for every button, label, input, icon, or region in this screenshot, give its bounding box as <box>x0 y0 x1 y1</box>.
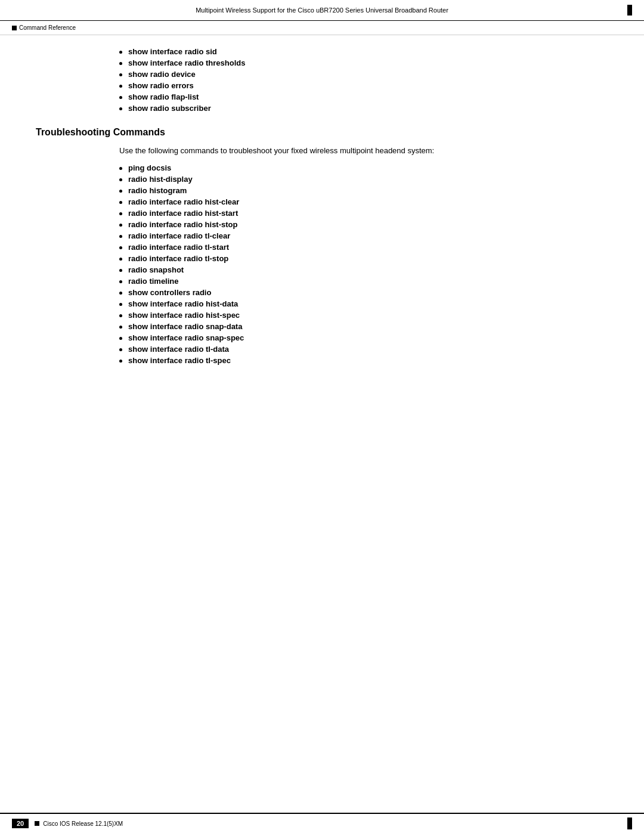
list-item: show radio flap-list <box>119 92 608 101</box>
bullet-dot-icon <box>119 235 122 238</box>
troubleshooting-description: Use the following commands to troublesho… <box>119 146 608 155</box>
bullet-dot-icon <box>119 326 122 329</box>
list-item: show interface radio hist-data <box>119 299 608 308</box>
bullet-dot-icon <box>119 246 122 249</box>
page-header-title: Multipoint Wireless Support for the Cisc… <box>17 7 627 14</box>
bullet-dot-icon <box>119 96 122 99</box>
bullet-dot-icon <box>119 51 122 54</box>
bullet-dot-icon <box>119 303 122 306</box>
list-item: show interface radio snap-data <box>119 322 608 331</box>
list-item: show radio subscriber <box>119 104 608 113</box>
list-item: radio interface radio hist-clear <box>119 197 608 206</box>
page-footer: 20 Cisco IOS Release 12.1(5)XM <box>0 813 644 833</box>
list-item: radio interface radio tl-start <box>119 243 608 252</box>
bullet-dot-icon <box>119 62 122 65</box>
bullet-dot-icon <box>119 348 122 351</box>
list-item: radio timeline <box>119 277 608 286</box>
list-item: show interface radio sid <box>119 47 608 56</box>
list-item: radio interface radio hist-start <box>119 209 608 218</box>
bullet-dot-icon <box>119 201 122 204</box>
list-item: radio hist-display <box>119 175 608 184</box>
main-content: show interface radio sidshow interface r… <box>0 35 644 427</box>
bullet-dot-icon <box>119 190 122 193</box>
list-item: radio interface radio tl-stop <box>119 254 608 263</box>
bullet-dot-icon <box>119 258 122 261</box>
list-item: show radio errors <box>119 81 608 90</box>
bullet-dot-icon <box>119 224 122 227</box>
list-item: radio interface radio hist-stop <box>119 220 608 229</box>
list-item: show interface radio tl-spec <box>119 356 608 365</box>
bullet-dot-icon <box>119 292 122 295</box>
bullet-dot-icon <box>119 178 122 181</box>
bullet-dot-icon <box>119 269 122 272</box>
sub-header-square-icon <box>12 26 17 30</box>
bullet-dot-icon <box>119 212 122 215</box>
top-header: Multipoint Wireless Support for the Cisc… <box>0 0 644 21</box>
top-bullet-list: show interface radio sidshow interface r… <box>119 47 608 113</box>
list-item: show radio device <box>119 70 608 79</box>
list-item: show interface radio snap-spec <box>119 333 608 342</box>
footer-right-bar <box>627 817 632 829</box>
bullet-dot-icon <box>119 85 122 88</box>
troubleshooting-heading: Troubleshooting Commands <box>36 127 608 138</box>
sub-header: Command Reference <box>0 23 644 35</box>
list-item: radio histogram <box>119 186 608 195</box>
list-item: show interface radio hist-spec <box>119 311 608 320</box>
header-rule-bar <box>627 5 632 16</box>
troubleshooting-bullet-list: ping docsisradio hist-displayradio histo… <box>119 163 608 365</box>
bullet-dot-icon <box>119 167 122 170</box>
bullet-dot-icon <box>119 280 122 283</box>
bullet-dot-icon <box>119 73 122 76</box>
list-item: show controllers radio <box>119 288 608 297</box>
page-number: 20 <box>12 819 29 828</box>
command-reference-label: Command Reference <box>12 24 632 31</box>
list-item: show interface radio thresholds <box>119 58 608 67</box>
list-item: radio interface radio tl-clear <box>119 231 608 240</box>
footer-release-label: Cisco IOS Release 12.1(5)XM <box>35 820 123 827</box>
bullet-dot-icon <box>119 337 122 340</box>
bullet-dot-icon <box>119 314 122 317</box>
bullet-dot-icon <box>119 107 122 110</box>
list-item: radio snapshot <box>119 265 608 274</box>
list-item: show interface radio tl-data <box>119 345 608 354</box>
list-item: ping docsis <box>119 163 608 172</box>
page-container: Multipoint Wireless Support for the Cisc… <box>0 0 644 833</box>
bullet-dot-icon <box>119 360 122 363</box>
footer-square-icon <box>35 821 39 826</box>
